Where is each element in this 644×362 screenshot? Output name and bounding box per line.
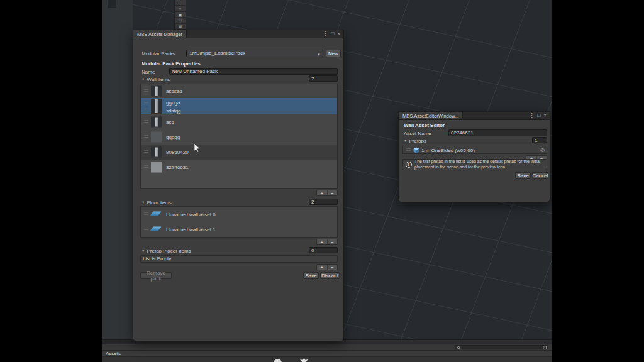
window-menu-icon[interactable]: ⋮ bbox=[529, 113, 534, 118]
remove-item-button[interactable]: − bbox=[328, 239, 338, 244]
floor-item-label: Unnamed wall asset 0 bbox=[166, 212, 216, 217]
wall-asset-editor-header: Wall Asset Editor bbox=[404, 123, 445, 128]
wall-thumbnail-icon bbox=[151, 99, 162, 114]
cancel-button[interactable]: Cancel bbox=[532, 172, 548, 179]
wall-items-foldout[interactable]: ▼Wall items bbox=[142, 77, 170, 83]
prefabs-list: 1m_OneSided (w05-00) ◎ bbox=[402, 145, 547, 154]
row-grip[interactable] bbox=[144, 165, 148, 168]
window-tab[interactable]: MBS.AssetEditorWindow... bbox=[399, 112, 463, 119]
window-titlebar[interactable]: MBS.AssetEditorWindow... ⋮ □ × bbox=[399, 112, 550, 120]
remove-item-button[interactable]: − bbox=[328, 190, 338, 195]
scene-left-strip bbox=[102, 0, 133, 339]
floor-item-row[interactable]: Unnamed wall asset 1 bbox=[141, 222, 337, 237]
project-panel: Assets bbox=[102, 339, 552, 362]
row-grip[interactable] bbox=[406, 148, 411, 151]
save-button[interactable]: Save bbox=[303, 272, 319, 279]
discard-button[interactable]: Discard bbox=[320, 272, 340, 279]
project-toolbar bbox=[102, 344, 552, 350]
wall-item-row[interactable]: asd bbox=[141, 114, 337, 129]
prefabs-count-field[interactable]: 1 bbox=[532, 137, 547, 143]
pack-properties-header: Modular Pack Properties bbox=[142, 61, 201, 67]
wall-item-row[interactable]: sdsfqg bbox=[141, 106, 337, 114]
window-tab[interactable]: MBS Assets Manager bbox=[133, 30, 187, 38]
row-grip[interactable] bbox=[144, 89, 148, 92]
floor-thumbnail-icon bbox=[151, 224, 162, 235]
wall-item-row[interactable]: asdsad bbox=[141, 84, 337, 98]
move-tool[interactable]: + bbox=[175, 0, 186, 6]
list-empty-space bbox=[141, 175, 337, 189]
asset-name-label: Asset Name bbox=[404, 131, 431, 136]
remove-pack-button[interactable]: Remove pack bbox=[140, 272, 172, 279]
mouse-cursor bbox=[194, 143, 201, 153]
wall-thumbnail-icon bbox=[151, 132, 162, 143]
window-maximize-icon[interactable]: □ bbox=[537, 113, 540, 118]
wall-item-row[interactable]: 90850420 bbox=[141, 145, 337, 160]
row-grip[interactable] bbox=[144, 150, 148, 153]
prefab-placer-foldout[interactable]: ▼Prefab Placer Items bbox=[142, 248, 191, 255]
modular-packs-dropdown[interactable]: 1mSimple_ExamplePack ▼ bbox=[186, 50, 323, 57]
wall-item-row[interactable]: ggnga bbox=[141, 98, 337, 106]
floor-items-add-remove: + − bbox=[316, 239, 338, 245]
row-grip[interactable] bbox=[144, 101, 148, 103]
window-titlebar[interactable]: MBS Assets Manager ⋮ □ × bbox=[133, 30, 343, 38]
rotate-tool[interactable]: ○ bbox=[175, 6, 186, 11]
wall-thumbnail-icon bbox=[151, 162, 162, 173]
scene-tools-toolbar: +○▣□⊞ bbox=[174, 0, 186, 30]
info-icon: ! bbox=[406, 162, 412, 168]
object-picker-icon[interactable]: ◎ bbox=[540, 148, 545, 153]
wall-items-count-field[interactable]: 7 bbox=[309, 75, 338, 82]
editor-screenshot: +○▣□⊞ Assets bbox=[0, 0, 644, 362]
floor-item-label: Unnamed wall asset 1 bbox=[166, 227, 216, 233]
row-grip[interactable] bbox=[144, 109, 148, 111]
new-pack-button[interactable]: New bbox=[326, 50, 341, 57]
row-grip[interactable] bbox=[144, 212, 148, 215]
row-grip[interactable] bbox=[144, 135, 148, 138]
wall-item-row[interactable]: gqgqg bbox=[141, 129, 337, 145]
project-tab[interactable] bbox=[102, 340, 136, 344]
asset-name-field[interactable]: 82746631 bbox=[448, 129, 547, 136]
add-item-button[interactable]: + bbox=[317, 265, 328, 270]
foldout-arrow-icon: ▼ bbox=[142, 77, 145, 82]
floor-items-count-field[interactable]: 2 bbox=[309, 199, 338, 205]
prefab-row[interactable]: 1m_OneSided (w05-00) ◎ bbox=[403, 145, 547, 154]
floor-item-row[interactable]: Unnamed wall asset 0 bbox=[141, 207, 337, 222]
search-icon bbox=[457, 346, 461, 350]
chevron-down-icon: ▼ bbox=[317, 52, 321, 58]
scale-tool[interactable]: ▣ bbox=[175, 12, 186, 18]
project-search-input[interactable] bbox=[455, 345, 548, 349]
row-grip[interactable] bbox=[144, 228, 148, 230]
transform-tool[interactable]: ⊞ bbox=[175, 24, 186, 29]
prefab-object-field[interactable]: 1m_OneSided (w05-00) bbox=[421, 147, 475, 153]
wall-item-row[interactable]: 82746631 bbox=[141, 160, 337, 175]
add-item-button[interactable]: + bbox=[317, 190, 328, 195]
prefabs-foldout[interactable]: ▼Prefabs bbox=[404, 138, 426, 145]
prefab-placer-count-field[interactable]: 0 bbox=[309, 247, 338, 253]
wall-item-label: asd bbox=[166, 119, 174, 125]
search-options-icon[interactable] bbox=[543, 346, 547, 350]
scene-corner-block bbox=[108, 0, 116, 8]
add-item-button[interactable]: + bbox=[317, 239, 328, 244]
wall-item-label: ggnga bbox=[166, 99, 180, 105]
rect-tool[interactable]: □ bbox=[175, 18, 186, 23]
wall-item-label: gqgqg bbox=[166, 134, 180, 140]
name-label: Name bbox=[142, 69, 155, 75]
save-button[interactable]: Save bbox=[515, 172, 531, 179]
prefab-cube-icon bbox=[413, 147, 419, 153]
remove-item-button[interactable]: − bbox=[328, 265, 338, 270]
wall-thumbnail-icon bbox=[151, 117, 162, 128]
floor-items-foldout[interactable]: ▼Floor items bbox=[142, 200, 172, 206]
prefab-placer-add-remove: + − bbox=[316, 264, 338, 270]
window-close-icon[interactable]: × bbox=[543, 113, 547, 118]
window-maximize-icon[interactable]: □ bbox=[331, 31, 334, 36]
assets-header-label: Assets bbox=[106, 351, 121, 356]
pack-name-field[interactable]: New Unnamed Pack bbox=[169, 68, 338, 75]
wall-item-label: sdsfqg bbox=[166, 107, 181, 113]
help-box: ! The first prefab in the list is used a… bbox=[402, 159, 547, 170]
foldout-arrow-icon: ▼ bbox=[142, 200, 145, 206]
wall-item-label: 82746631 bbox=[166, 165, 189, 170]
window-close-icon[interactable]: × bbox=[337, 31, 340, 36]
window-menu-icon[interactable]: ⋮ bbox=[323, 31, 328, 36]
asset-preview-partial-icon bbox=[300, 358, 308, 362]
row-grip[interactable] bbox=[144, 120, 148, 123]
modular-packs-label: Modular Packs bbox=[142, 51, 175, 57]
